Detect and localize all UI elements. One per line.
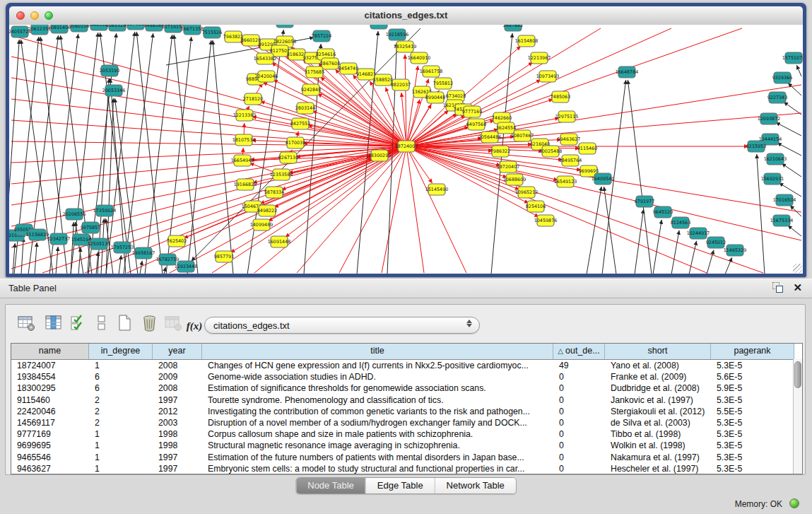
svg-text:7986322: 7986322 — [490, 148, 510, 154]
column-header-out_de[interactable]: △out_de... — [553, 344, 605, 359]
svg-text:15145490: 15145490 — [425, 187, 449, 192]
table-row[interactable]: 969969511998Structural magnetic resonanc… — [11, 440, 802, 451]
svg-text:11675334: 11675334 — [770, 218, 794, 223]
svg-text:16648784: 16648784 — [616, 69, 639, 75]
network-window-titlebar[interactable]: citations_edges.txt — [9, 6, 803, 25]
svg-text:8498222: 8498222 — [257, 208, 277, 214]
table-scrollbar-thumb[interactable] — [794, 361, 801, 388]
table-scrollbar[interactable] — [793, 359, 802, 474]
tab-network-table[interactable]: Network Table — [435, 478, 516, 493]
svg-text:18724007: 18724007 — [395, 144, 418, 149]
network-window: citations_edges.txt 18724007183002957963… — [6, 3, 806, 277]
row-height-icon[interactable] — [90, 313, 112, 334]
table-mode-icon[interactable] — [16, 313, 37, 334]
node-table: namein_degreeyeartitle△out_de...shortpag… — [11, 343, 803, 474]
close-panel-icon[interactable]: ✕ — [793, 282, 802, 293]
table-cell: 19384554 — [11, 371, 89, 382]
table-row[interactable]: 2242004622012Investigating the contribut… — [11, 406, 802, 417]
svg-text:16961758: 16961758 — [420, 69, 443, 74]
table-cell: 9465546 — [11, 452, 89, 463]
table-row[interactable]: 911546021997Tourette syndrome. Phenomeno… — [11, 395, 802, 406]
table-tabs: Node Table Edge Table Network Table — [295, 477, 517, 494]
svg-text:10965212: 10965212 — [515, 189, 539, 195]
table-cell: 1998 — [153, 428, 202, 440]
svg-text:20891406: 20891406 — [48, 25, 71, 30]
svg-text:12923448: 12923448 — [175, 264, 198, 269]
table-row[interactable]: 1830029562008Estimation of significance … — [11, 382, 802, 394]
table-cell: Investigating the contribution of common… — [202, 406, 553, 417]
column-header-title[interactable]: title — [202, 344, 553, 359]
column-header-short[interactable]: short — [605, 344, 711, 359]
svg-text:9115460: 9115460 — [577, 146, 597, 151]
svg-text:12213363: 12213363 — [233, 112, 257, 118]
svg-text:8427552: 8427552 — [290, 121, 310, 127]
svg-text:12342737: 12342737 — [47, 236, 71, 242]
table-cell: 1 — [89, 452, 153, 463]
svg-text:2053190: 2053190 — [100, 68, 119, 74]
svg-text:9227343: 9227343 — [767, 95, 787, 100]
function-builder-icon[interactable]: f(x) — [184, 315, 205, 337]
svg-text:16154808: 16154808 — [515, 38, 539, 44]
column-chooser-icon[interactable] — [42, 313, 64, 334]
svg-text:7857224: 7857224 — [312, 33, 331, 39]
svg-text:6734028: 6734028 — [446, 93, 466, 99]
table-row[interactable]: 977716911998Corpus callosum shape and si… — [11, 428, 802, 440]
table-cell: Nakamura et al. (1997) — [605, 452, 711, 463]
svg-text:18720407: 18720407 — [497, 164, 520, 170]
tab-edge-table[interactable]: Edge Table — [365, 478, 435, 493]
table-selector-dropdown[interactable]: citations_edges.txt — [204, 317, 480, 334]
svg-text:18495764: 18495764 — [559, 158, 582, 163]
column-header-name[interactable]: name — [11, 344, 89, 359]
table-panel-header: Table Panel ✕ — [0, 279, 812, 298]
delete-table-icon[interactable] — [139, 313, 160, 334]
table-row[interactable]: 1938455462009Genome-wide association stu… — [11, 371, 802, 382]
svg-text:7462660: 7462660 — [492, 115, 512, 121]
table-cell: 2009 — [153, 371, 202, 382]
resize-grip-icon[interactable] — [793, 264, 802, 273]
column-header-year[interactable]: year — [153, 344, 202, 359]
svg-text:19166825: 19166825 — [234, 182, 257, 187]
memory-status-label: Memory: OK — [735, 499, 782, 509]
table-cell: Changes of HCN gene expression and I(f) … — [202, 360, 553, 371]
table-cell: 2008 — [153, 360, 202, 371]
table-cell: Tourette syndrome. Phenomenology and cla… — [202, 395, 553, 406]
new-table-icon[interactable] — [114, 313, 135, 334]
table-row[interactable]: 1872400712008Changes of HCN gene express… — [11, 360, 802, 371]
table-cell: Estimation of significance thresholds fo… — [202, 382, 553, 394]
svg-text:9146821: 9146821 — [356, 71, 376, 77]
svg-text:16543382: 16543382 — [254, 56, 277, 62]
svg-text:16782759: 16782759 — [156, 257, 180, 262]
table-row[interactable]: 946554611997Estimation of the future num… — [11, 452, 802, 463]
column-header-in_degree[interactable]: in_degree — [89, 344, 153, 359]
select-rows-icon[interactable] — [68, 313, 89, 334]
table-cell: 0 — [553, 417, 605, 428]
graph-node[interactable] — [276, 25, 293, 28]
table-cell: 0 — [553, 440, 605, 451]
svg-text:10807467: 10807467 — [511, 133, 534, 139]
svg-text:12213967: 12213967 — [528, 55, 551, 61]
svg-text:17359924: 17359924 — [93, 208, 117, 214]
table-row[interactable]: 946362711997Embryonic stem cells: a mode… — [11, 463, 802, 474]
svg-text:16409540: 16409540 — [592, 176, 615, 182]
table-cell: 1997 — [153, 395, 202, 406]
tab-node-table[interactable]: Node Table — [296, 478, 365, 493]
svg-text:9645120: 9645120 — [653, 209, 673, 215]
svg-text:22420046: 22420046 — [255, 74, 278, 79]
svg-text:12353584: 12353584 — [270, 172, 293, 177]
svg-text:18226058: 18226058 — [273, 39, 297, 45]
table-row[interactable]: 1456911722003Disruption of a novel membe… — [11, 417, 802, 428]
svg-text:7955812: 7955812 — [433, 81, 453, 86]
svg-text:10025488: 10025488 — [539, 148, 563, 154]
table-cell: 2 — [89, 406, 153, 417]
network-canvas[interactable]: 1872400718300295796382286601288912954182… — [9, 25, 803, 274]
svg-text:11156829: 11156829 — [26, 232, 49, 238]
table-cell: Corpus callosum shape and size in male p… — [202, 428, 553, 440]
table-cell: 2 — [89, 417, 153, 428]
table-cell: Jankovic et al. (1997) — [605, 395, 711, 406]
svg-text:7625402: 7625402 — [167, 238, 187, 244]
table-cell: 2003 — [153, 417, 202, 428]
column-header-pagerank[interactable]: pagerank — [711, 344, 794, 359]
float-panel-icon[interactable] — [772, 282, 783, 293]
table-cell: Structural magnetic resonance image aver… — [202, 440, 553, 451]
citation-graph: 1872400718300295796382286601288912954182… — [9, 25, 803, 274]
